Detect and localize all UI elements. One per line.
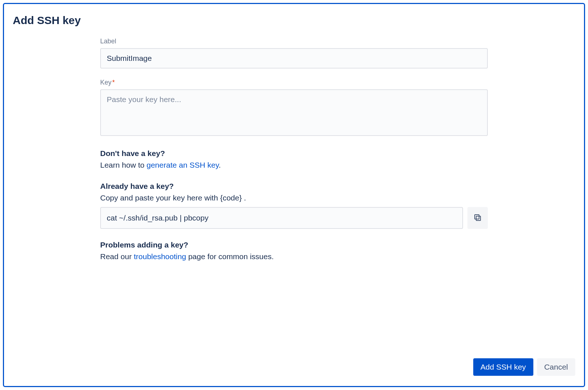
no-key-text: Learn how to generate an SSH key.	[100, 159, 488, 171]
problems-prefix: Read our	[100, 252, 134, 261]
form-area: Label Key* Don't have a key? Learn how t…	[100, 38, 488, 374]
add-ssh-key-button[interactable]: Add SSH key	[473, 358, 533, 376]
label-input[interactable]	[100, 48, 488, 69]
svg-rect-0	[476, 216, 481, 221]
required-indicator: *	[112, 79, 115, 86]
add-ssh-key-modal: Add SSH key Label Key* Don't have a key?…	[3, 3, 585, 387]
code-row: cat ~/.ssh/id_rsa.pub | pbcopy	[100, 207, 488, 229]
no-key-heading: Don't have a key?	[100, 149, 488, 158]
no-key-prefix: Learn how to	[100, 161, 146, 169]
copy-button[interactable]	[467, 207, 488, 229]
have-key-text: Copy and paste your key here with {code}…	[100, 192, 488, 204]
troubleshooting-link[interactable]: troubleshooting	[134, 252, 186, 261]
modal-title: Add SSH key	[13, 14, 575, 27]
no-key-suffix: .	[219, 161, 221, 169]
have-key-heading: Already have a key?	[100, 182, 488, 191]
modal-footer: Add SSH key Cancel	[473, 358, 575, 376]
problems-heading: Problems adding a key?	[100, 241, 488, 249]
key-field-label-text: Key	[100, 79, 111, 86]
problems-suffix: page for common issues.	[186, 252, 274, 261]
key-field-label: Key*	[100, 79, 488, 86]
generate-ssh-key-link[interactable]: generate an SSH key	[146, 161, 219, 169]
command-box[interactable]: cat ~/.ssh/id_rsa.pub | pbcopy	[100, 207, 463, 229]
key-textarea[interactable]	[100, 89, 488, 136]
copy-icon	[473, 213, 482, 223]
label-field-label: Label	[100, 38, 488, 45]
cancel-button[interactable]: Cancel	[537, 358, 575, 376]
svg-rect-1	[475, 215, 479, 219]
problems-text: Read our troubleshooting page for common…	[100, 251, 488, 262]
